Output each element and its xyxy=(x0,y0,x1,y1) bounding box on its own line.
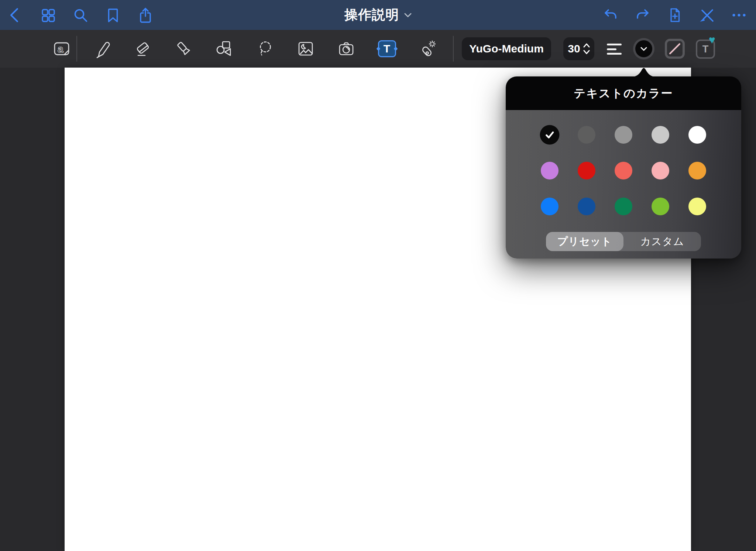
color-swatch[interactable] xyxy=(652,162,669,179)
add-page-button[interactable] xyxy=(667,7,683,23)
add-page-icon xyxy=(667,7,683,23)
nav-right-group xyxy=(602,0,747,30)
search-icon xyxy=(72,7,89,23)
grid-view-icon xyxy=(40,7,56,23)
undo-button[interactable] xyxy=(602,7,619,23)
svg-text:a: a xyxy=(58,43,63,55)
nav-left-group xyxy=(7,0,154,30)
tool-pen[interactable] xyxy=(93,39,112,58)
image-icon xyxy=(296,39,315,58)
shapes-icon xyxy=(215,39,234,58)
tool-camera[interactable] xyxy=(337,39,356,58)
back-chevron-icon xyxy=(7,7,24,23)
current-color-swatch xyxy=(635,40,652,57)
segment-preset[interactable]: プリセット xyxy=(546,232,623,251)
color-swatch[interactable] xyxy=(541,162,559,179)
font-size-stepper[interactable]: 30 xyxy=(563,37,594,60)
share-icon xyxy=(137,7,154,23)
thumbnails-button[interactable] xyxy=(40,7,56,23)
text-align-button[interactable] xyxy=(607,44,622,55)
font-size-value: 30 xyxy=(568,42,580,55)
highlighter-icon xyxy=(174,39,193,58)
tool-image[interactable] xyxy=(296,39,315,58)
popover-arrow xyxy=(632,67,656,77)
tool-bar: a T xyxy=(0,30,756,68)
lasso-icon xyxy=(255,39,275,58)
share-button[interactable] xyxy=(137,7,154,23)
tool-shapes[interactable] xyxy=(215,39,234,58)
tool-laser-pointer[interactable] xyxy=(418,39,437,58)
app-window: 操作説明 a xyxy=(0,0,756,551)
laser-pointer-icon xyxy=(418,39,437,58)
eraser-icon xyxy=(134,39,153,58)
popover-body: プリセット カスタム xyxy=(506,110,741,259)
text-color-popover: テキストのカラー プリセット カスタム xyxy=(506,76,741,259)
color-swatch[interactable] xyxy=(578,162,595,179)
color-swatch[interactable] xyxy=(615,126,632,144)
color-swatch[interactable] xyxy=(578,126,595,144)
check-icon xyxy=(543,128,556,141)
align-line xyxy=(607,44,622,45)
stylus-off-icon xyxy=(699,7,715,23)
stylus-toggle-button[interactable] xyxy=(699,7,715,23)
search-button[interactable] xyxy=(72,7,89,23)
align-line xyxy=(607,48,616,50)
redo-icon xyxy=(635,7,651,23)
text-tool-icon: T xyxy=(378,40,396,57)
chevron-down-icon xyxy=(404,13,412,17)
align-line xyxy=(607,53,622,55)
tool-text[interactable]: T xyxy=(377,39,396,58)
color-swatch[interactable] xyxy=(688,198,706,215)
font-family-button[interactable]: YuGo-Medium xyxy=(462,37,551,60)
font-family-label: YuGo-Medium xyxy=(469,42,544,55)
color-swatch[interactable] xyxy=(615,198,632,215)
selection-handle xyxy=(376,47,380,51)
bookmark-button[interactable] xyxy=(105,7,121,23)
diagonal-stroke-icon xyxy=(667,41,683,57)
stepper-chevrons-icon xyxy=(583,42,590,55)
undo-icon xyxy=(602,7,619,23)
document-title-button[interactable]: 操作説明 xyxy=(344,0,412,30)
navigation-bar: 操作説明 xyxy=(0,0,756,30)
segment-custom[interactable]: カスタム xyxy=(623,232,701,251)
tool-highlighter[interactable] xyxy=(174,39,193,58)
tool-lasso[interactable] xyxy=(255,39,275,58)
chevron-down-icon xyxy=(640,47,647,51)
redo-button[interactable] xyxy=(635,7,651,23)
text-style-letter: T xyxy=(702,44,709,55)
more-ellipsis-icon xyxy=(731,7,747,23)
segment-preset-label: プリセット xyxy=(557,235,612,249)
color-swatch[interactable] xyxy=(578,198,595,215)
color-swatch[interactable] xyxy=(688,126,706,144)
text-tool-letter: T xyxy=(384,42,390,55)
back-button[interactable] xyxy=(7,7,24,23)
bookmark-icon xyxy=(105,7,121,23)
popover-title: テキストのカラー xyxy=(574,86,673,101)
swatch-grid xyxy=(541,126,706,215)
color-swatch[interactable] xyxy=(688,162,706,179)
color-swatch[interactable] xyxy=(541,198,559,215)
tool-eraser[interactable] xyxy=(134,39,153,58)
reader-mode-icon: a xyxy=(52,39,71,58)
preset-custom-segmented-control: プリセット カスタム xyxy=(546,232,701,251)
toolbar-divider xyxy=(453,36,454,62)
stroke-style-button[interactable] xyxy=(665,39,685,59)
tool-group: T xyxy=(93,39,437,58)
color-swatch[interactable] xyxy=(615,162,632,179)
favorite-heart-icon: ♥ xyxy=(709,34,715,46)
camera-icon xyxy=(337,39,356,58)
page-title: 操作説明 xyxy=(344,6,399,24)
toolbar-divider xyxy=(76,36,77,62)
reader-mode-button[interactable]: a xyxy=(52,39,71,58)
selection-handle xyxy=(394,47,398,51)
pen-icon xyxy=(93,39,112,58)
color-swatch[interactable] xyxy=(652,126,669,144)
text-color-button[interactable] xyxy=(633,38,654,59)
color-swatch[interactable] xyxy=(652,198,669,215)
popover-title-bar: テキストのカラー xyxy=(506,76,741,110)
more-button[interactable] xyxy=(731,7,747,23)
segment-custom-label: カスタム xyxy=(640,235,684,249)
color-swatch[interactable] xyxy=(540,125,560,145)
